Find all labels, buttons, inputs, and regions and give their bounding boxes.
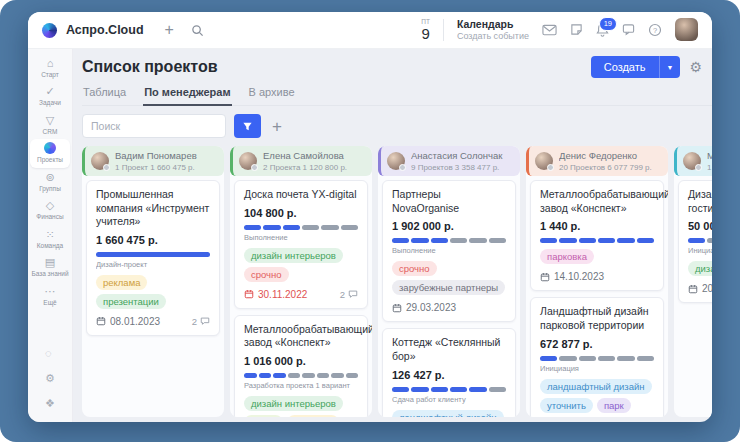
progress-segment	[273, 373, 286, 378]
chevron-down-icon[interactable]: ▼	[659, 56, 681, 78]
card-price: 672 877 р.	[540, 338, 654, 350]
tag[interactable]: макет	[244, 415, 283, 417]
project-card[interactable]: Дизайн интерьеров гостиницы50 000 р.Иниц…	[678, 180, 712, 303]
tag[interactable]: презентации	[96, 294, 166, 309]
column-header[interactable]: Вадим Пономарев1 Проект 1 660 475 р.	[82, 146, 224, 176]
team-icon: ⁙	[45, 228, 54, 240]
due-date: 08.01.2023	[96, 316, 160, 327]
sidebar-item-label: Группы	[39, 185, 61, 192]
create-button-label[interactable]: Создать	[591, 56, 659, 78]
calendar-date[interactable]: ПТ 9	[421, 19, 430, 42]
project-card[interactable]: Ландшафтный дизайн парковой территории67…	[530, 297, 664, 417]
progress-segment	[411, 387, 428, 392]
column-body: Доска почета YX-digital104 800 р.Выполне…	[230, 179, 372, 417]
tag[interactable]: дизайн интерьеров	[688, 261, 712, 276]
manager-info: Анастасия Солончак9 Проектов 3 358 477 р…	[411, 150, 503, 172]
apps-icon[interactable]: ❖	[45, 391, 55, 416]
sidebar-item-knowledge[interactable]: ▤База знаний	[30, 253, 70, 281]
add-view-button[interactable]: +	[269, 118, 285, 135]
tag[interactable]: парк	[597, 398, 631, 413]
manager-stats: 20 Проектов 6 077 799 р.	[559, 163, 652, 172]
progress-segment	[489, 238, 506, 243]
card-title: Металлообрабатывающий завод «Конспект»	[540, 188, 654, 215]
sidebar-item-projects[interactable]: Проекты	[30, 139, 70, 167]
progress-segment	[559, 356, 576, 361]
manager-avatar	[239, 152, 257, 170]
progress-segment	[392, 387, 409, 392]
tag[interactable]: ландшафтный дизайн	[540, 379, 652, 394]
column-header[interactable]: Елена Самойлова2 Проекта 1 120 800 р.	[230, 146, 372, 176]
progress-segment	[431, 387, 448, 392]
app-frame: Аспро.Cloud + ПТ 9 Календарь Создать соб…	[0, 0, 740, 442]
project-card[interactable]: Металлообрабатывающий завод «Конспект»1 …	[530, 180, 664, 291]
project-card[interactable]: Промышленная компания «Инструмент учител…	[86, 180, 220, 336]
project-card[interactable]: Доска почета YX-digital104 800 р.Выполне…	[234, 180, 368, 309]
filter-button[interactable]	[234, 114, 261, 138]
sidebar-item-label: Проекты	[37, 156, 63, 163]
notes-icon[interactable]	[570, 23, 583, 36]
sidebar-item-start[interactable]: ⌂Старт	[30, 54, 70, 82]
sidebar-item-tasks[interactable]: ✓Задачи	[30, 82, 70, 110]
progress-segment	[450, 238, 467, 243]
progress-segment	[392, 238, 409, 243]
settings-icon[interactable]: ⚙	[45, 366, 55, 391]
progress-bar	[244, 225, 358, 230]
sidebar-item-team[interactable]: ⁙Команда	[30, 225, 70, 253]
knowledge-icon: ▤	[45, 256, 55, 268]
calendar-shortcut[interactable]: Календарь Создать событие	[457, 18, 529, 41]
tag[interactable]: парковка	[540, 249, 594, 264]
progress-segment	[707, 238, 712, 243]
card-title: Металлообрабатывающий завод «Конспект»	[244, 323, 358, 350]
tag[interactable]: ландшафтный дизайн	[392, 410, 504, 417]
tag[interactable]: зарубежные партнеры	[392, 280, 505, 295]
manager-info: Мирослава1 Проект	[707, 150, 712, 172]
tag[interactable]: дизайн интерьеров	[244, 248, 343, 263]
progress-segment	[288, 373, 301, 378]
global-search-icon[interactable]	[191, 24, 204, 37]
stage-label: Выполнение	[392, 246, 506, 255]
tag-list: парковка	[540, 249, 654, 264]
tag[interactable]: срочно	[244, 267, 289, 282]
settings-gear-icon[interactable]: ⚙	[689, 60, 702, 74]
mail-icon[interactable]	[542, 24, 557, 36]
chat-icon[interactable]	[622, 23, 635, 36]
stage-label: Инициация	[688, 246, 712, 255]
global-add-button[interactable]: +	[165, 22, 174, 38]
column-header[interactable]: Денис Федоренко20 Проектов 6 077 799 р.	[526, 146, 668, 176]
card-footer: 14.10.2023	[540, 271, 654, 282]
due-date: 30.11.2022	[244, 289, 307, 300]
page-header: Список проектов Создать ▼ ⚙	[82, 56, 702, 78]
search-input[interactable]	[82, 114, 226, 138]
column-body: Партнеры NovaOrganise1 902 000 р.Выполне…	[378, 179, 520, 417]
stage-label: Сдача работ клиенту	[392, 395, 506, 404]
sidebar-item-crm[interactable]: ▽CRM	[30, 111, 70, 139]
tag[interactable]: дизайн интерьеров	[244, 396, 343, 411]
project-card[interactable]: Коттедж «Стеклянный бор»126 427 р.Сдача …	[382, 328, 516, 417]
tag[interactable]: срочно	[392, 261, 437, 276]
board-column: Вадим Пономарев1 Проект 1 660 475 р.Пром…	[82, 146, 224, 417]
tag[interactable]: реклама	[287, 415, 338, 417]
progress-bar	[392, 387, 506, 392]
manager-stats: 1 Проект	[707, 163, 712, 172]
sidebar-item-more[interactable]: ⋯Ещё	[30, 282, 70, 310]
column-header[interactable]: Анастасия Солончак9 Проектов 3 358 477 р…	[378, 146, 520, 176]
tab-archive[interactable]: В архиве	[248, 83, 296, 105]
tag[interactable]: уточнить	[540, 398, 593, 413]
support-icon[interactable]: ◌	[45, 341, 55, 366]
create-button[interactable]: Создать ▼	[591, 56, 681, 78]
user-avatar[interactable]	[675, 18, 698, 41]
help-icon[interactable]: ?	[648, 23, 662, 37]
calendar-icon	[688, 284, 698, 294]
sidebar-item-finance[interactable]: ◇Финансы	[30, 196, 70, 224]
project-card[interactable]: Металлообрабатывающий завод «Конспект»1 …	[234, 315, 368, 417]
tab-table[interactable]: Таблица	[82, 83, 127, 105]
project-card[interactable]: Партнеры NovaOrganise1 902 000 р.Выполне…	[382, 180, 516, 322]
progress-segment	[302, 225, 319, 230]
sidebar-item-label: База знаний	[31, 270, 68, 277]
notifications-bell-icon[interactable]: 19	[596, 23, 609, 37]
tab-by-managers[interactable]: По менеджерам	[143, 83, 231, 106]
column-header[interactable]: Мирослава1 Проект	[674, 146, 712, 176]
stage-label: Дизайн-проект	[96, 260, 210, 269]
sidebar-item-groups[interactable]: ⊚Группы	[30, 168, 70, 196]
tag[interactable]: реклама	[96, 275, 147, 290]
